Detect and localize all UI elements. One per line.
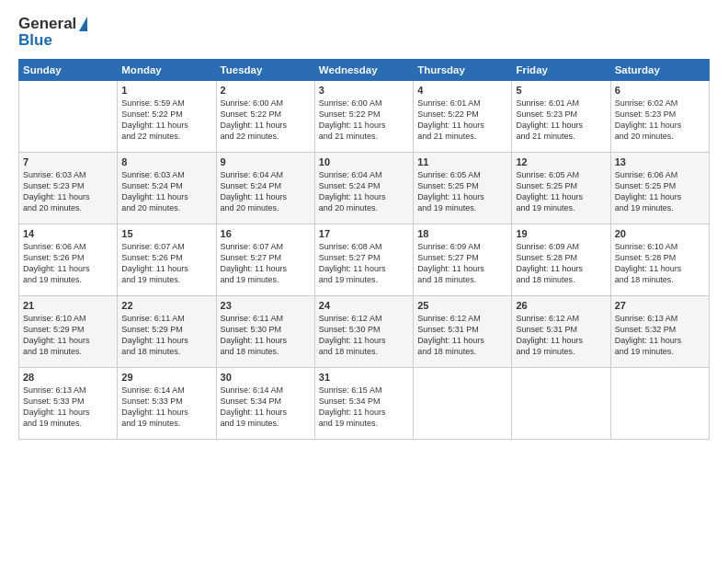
day-info: Sunrise: 6:04 AM Sunset: 5:24 PM Dayligh… bbox=[221, 169, 311, 214]
day-cell: 25Sunrise: 6:12 AM Sunset: 5:31 PM Dayli… bbox=[414, 296, 512, 368]
header-cell-saturday: Saturday bbox=[610, 60, 709, 81]
week-row-5: 28Sunrise: 6:13 AM Sunset: 5:33 PM Dayli… bbox=[19, 368, 710, 440]
day-number: 1 bbox=[121, 85, 211, 96]
day-number: 12 bbox=[516, 156, 606, 167]
day-cell: 29Sunrise: 6:14 AM Sunset: 5:33 PM Dayli… bbox=[118, 368, 216, 440]
day-cell: 24Sunrise: 6:12 AM Sunset: 5:30 PM Dayli… bbox=[314, 296, 413, 368]
day-cell: 8Sunrise: 6:03 AM Sunset: 5:24 PM Daylig… bbox=[118, 153, 216, 224]
logo-general-text: General bbox=[18, 15, 76, 33]
day-cell: 17Sunrise: 6:08 AM Sunset: 5:27 PM Dayli… bbox=[314, 224, 413, 296]
day-number: 6 bbox=[615, 85, 705, 96]
day-cell: 13Sunrise: 6:06 AM Sunset: 5:25 PM Dayli… bbox=[610, 153, 709, 224]
day-number: 13 bbox=[615, 156, 705, 167]
day-cell: 30Sunrise: 6:14 AM Sunset: 5:34 PM Dayli… bbox=[216, 368, 314, 440]
day-number: 5 bbox=[516, 85, 606, 96]
header: General Blue bbox=[18, 15, 710, 50]
day-number: 17 bbox=[319, 228, 409, 239]
day-info: Sunrise: 6:13 AM Sunset: 5:33 PM Dayligh… bbox=[23, 385, 113, 430]
day-cell: 23Sunrise: 6:11 AM Sunset: 5:30 PM Dayli… bbox=[216, 296, 314, 368]
week-row-3: 14Sunrise: 6:06 AM Sunset: 5:26 PM Dayli… bbox=[19, 224, 710, 296]
day-info: Sunrise: 6:14 AM Sunset: 5:34 PM Dayligh… bbox=[221, 385, 311, 430]
day-info: Sunrise: 6:10 AM Sunset: 5:28 PM Dayligh… bbox=[615, 241, 705, 286]
day-number: 14 bbox=[23, 228, 113, 239]
day-cell: 3Sunrise: 6:00 AM Sunset: 5:22 PM Daylig… bbox=[314, 81, 413, 153]
day-number: 4 bbox=[417, 85, 507, 96]
day-number: 16 bbox=[221, 228, 311, 239]
logo: General Blue bbox=[18, 15, 87, 50]
day-cell: 16Sunrise: 6:07 AM Sunset: 5:27 PM Dayli… bbox=[216, 224, 314, 296]
day-cell: 12Sunrise: 6:05 AM Sunset: 5:25 PM Dayli… bbox=[512, 153, 610, 224]
day-info: Sunrise: 6:14 AM Sunset: 5:33 PM Dayligh… bbox=[121, 385, 211, 430]
day-info: Sunrise: 6:03 AM Sunset: 5:24 PM Dayligh… bbox=[121, 169, 211, 214]
day-number: 8 bbox=[121, 156, 211, 167]
day-cell bbox=[19, 81, 118, 153]
day-number: 7 bbox=[23, 156, 113, 167]
day-number: 24 bbox=[319, 300, 409, 311]
day-info: Sunrise: 6:00 AM Sunset: 5:22 PM Dayligh… bbox=[221, 98, 311, 143]
day-cell bbox=[610, 368, 709, 440]
day-info: Sunrise: 6:09 AM Sunset: 5:28 PM Dayligh… bbox=[516, 241, 606, 286]
day-info: Sunrise: 6:05 AM Sunset: 5:25 PM Dayligh… bbox=[516, 169, 606, 214]
day-number: 27 bbox=[615, 300, 705, 311]
day-cell: 27Sunrise: 6:13 AM Sunset: 5:32 PM Dayli… bbox=[610, 296, 709, 368]
day-info: Sunrise: 6:11 AM Sunset: 5:30 PM Dayligh… bbox=[221, 313, 311, 358]
day-number: 26 bbox=[516, 300, 606, 311]
day-cell: 6Sunrise: 6:02 AM Sunset: 5:23 PM Daylig… bbox=[610, 81, 709, 153]
day-cell: 14Sunrise: 6:06 AM Sunset: 5:26 PM Dayli… bbox=[19, 224, 118, 296]
day-number: 21 bbox=[23, 300, 113, 311]
day-cell: 31Sunrise: 6:15 AM Sunset: 5:34 PM Dayli… bbox=[314, 368, 413, 440]
day-cell: 22Sunrise: 6:11 AM Sunset: 5:29 PM Dayli… bbox=[118, 296, 216, 368]
day-info: Sunrise: 6:10 AM Sunset: 5:29 PM Dayligh… bbox=[23, 313, 113, 358]
day-cell bbox=[414, 368, 512, 440]
day-cell: 4Sunrise: 6:01 AM Sunset: 5:22 PM Daylig… bbox=[414, 81, 512, 153]
day-info: Sunrise: 6:12 AM Sunset: 5:31 PM Dayligh… bbox=[516, 313, 606, 358]
day-cell: 10Sunrise: 6:04 AM Sunset: 5:24 PM Dayli… bbox=[314, 153, 413, 224]
week-row-4: 21Sunrise: 6:10 AM Sunset: 5:29 PM Dayli… bbox=[19, 296, 710, 368]
day-info: Sunrise: 6:07 AM Sunset: 5:26 PM Dayligh… bbox=[121, 241, 211, 286]
day-number: 18 bbox=[417, 228, 507, 239]
day-number: 15 bbox=[121, 228, 211, 239]
day-number: 10 bbox=[319, 156, 409, 167]
header-cell-sunday: Sunday bbox=[19, 60, 118, 81]
day-cell: 26Sunrise: 6:12 AM Sunset: 5:31 PM Dayli… bbox=[512, 296, 610, 368]
header-cell-friday: Friday bbox=[512, 60, 610, 81]
day-cell: 5Sunrise: 6:01 AM Sunset: 5:23 PM Daylig… bbox=[512, 81, 610, 153]
day-info: Sunrise: 6:04 AM Sunset: 5:24 PM Dayligh… bbox=[319, 169, 409, 214]
day-info: Sunrise: 6:03 AM Sunset: 5:23 PM Dayligh… bbox=[23, 169, 113, 214]
day-info: Sunrise: 6:06 AM Sunset: 5:25 PM Dayligh… bbox=[615, 169, 705, 214]
day-info: Sunrise: 6:12 AM Sunset: 5:31 PM Dayligh… bbox=[417, 313, 507, 358]
logo-triangle-icon bbox=[79, 17, 87, 31]
day-cell: 9Sunrise: 6:04 AM Sunset: 5:24 PM Daylig… bbox=[216, 153, 314, 224]
day-cell: 21Sunrise: 6:10 AM Sunset: 5:29 PM Dayli… bbox=[19, 296, 118, 368]
header-row: SundayMondayTuesdayWednesdayThursdayFrid… bbox=[19, 60, 710, 81]
day-cell: 11Sunrise: 6:05 AM Sunset: 5:25 PM Dayli… bbox=[414, 153, 512, 224]
day-cell: 28Sunrise: 6:13 AM Sunset: 5:33 PM Dayli… bbox=[19, 368, 118, 440]
header-cell-thursday: Thursday bbox=[414, 60, 512, 81]
header-cell-tuesday: Tuesday bbox=[216, 60, 314, 81]
day-number: 28 bbox=[23, 372, 113, 383]
day-info: Sunrise: 6:15 AM Sunset: 5:34 PM Dayligh… bbox=[319, 385, 409, 430]
day-cell: 1Sunrise: 5:59 AM Sunset: 5:22 PM Daylig… bbox=[118, 81, 216, 153]
day-number: 20 bbox=[615, 228, 705, 239]
day-cell: 7Sunrise: 6:03 AM Sunset: 5:23 PM Daylig… bbox=[19, 153, 118, 224]
day-info: Sunrise: 6:00 AM Sunset: 5:22 PM Dayligh… bbox=[319, 98, 409, 143]
day-info: Sunrise: 6:13 AM Sunset: 5:32 PM Dayligh… bbox=[615, 313, 705, 358]
day-info: Sunrise: 6:08 AM Sunset: 5:27 PM Dayligh… bbox=[319, 241, 409, 286]
day-info: Sunrise: 6:11 AM Sunset: 5:29 PM Dayligh… bbox=[121, 313, 211, 358]
day-number: 25 bbox=[417, 300, 507, 311]
day-info: Sunrise: 6:01 AM Sunset: 5:23 PM Dayligh… bbox=[516, 98, 606, 143]
day-info: Sunrise: 6:02 AM Sunset: 5:23 PM Dayligh… bbox=[615, 98, 705, 143]
day-number: 30 bbox=[221, 372, 311, 383]
day-info: Sunrise: 6:12 AM Sunset: 5:30 PM Dayligh… bbox=[319, 313, 409, 358]
day-cell: 19Sunrise: 6:09 AM Sunset: 5:28 PM Dayli… bbox=[512, 224, 610, 296]
day-number: 11 bbox=[417, 156, 507, 167]
day-number: 23 bbox=[221, 300, 311, 311]
day-cell: 2Sunrise: 6:00 AM Sunset: 5:22 PM Daylig… bbox=[216, 81, 314, 153]
day-cell: 15Sunrise: 6:07 AM Sunset: 5:26 PM Dayli… bbox=[118, 224, 216, 296]
day-number: 2 bbox=[221, 85, 311, 96]
day-cell: 20Sunrise: 6:10 AM Sunset: 5:28 PM Dayli… bbox=[610, 224, 709, 296]
day-info: Sunrise: 5:59 AM Sunset: 5:22 PM Dayligh… bbox=[121, 98, 211, 143]
page: General Blue SundayMondayTuesdayWednesda… bbox=[0, 0, 728, 563]
day-number: 29 bbox=[121, 372, 211, 383]
day-cell: 18Sunrise: 6:09 AM Sunset: 5:27 PM Dayli… bbox=[414, 224, 512, 296]
